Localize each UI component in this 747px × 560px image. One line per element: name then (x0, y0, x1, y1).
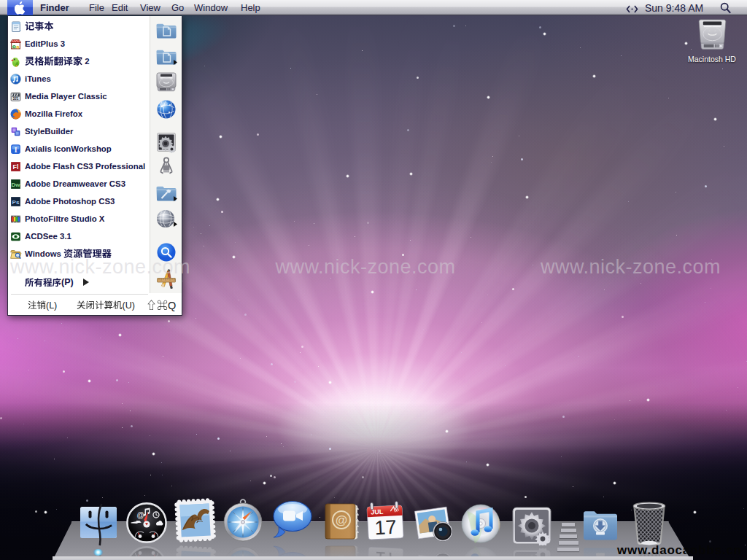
svg-text:Dw: Dw (11, 182, 20, 188)
svg-text:Fl: Fl (13, 163, 19, 171)
svg-text:17: 17 (374, 516, 398, 540)
svg-text:I: I (15, 146, 18, 154)
svg-text:@: @ (336, 513, 348, 527)
svg-text:321: 321 (13, 96, 19, 100)
svg-text:Ps: Ps (12, 199, 20, 206)
svg-text:@: @ (137, 511, 144, 519)
